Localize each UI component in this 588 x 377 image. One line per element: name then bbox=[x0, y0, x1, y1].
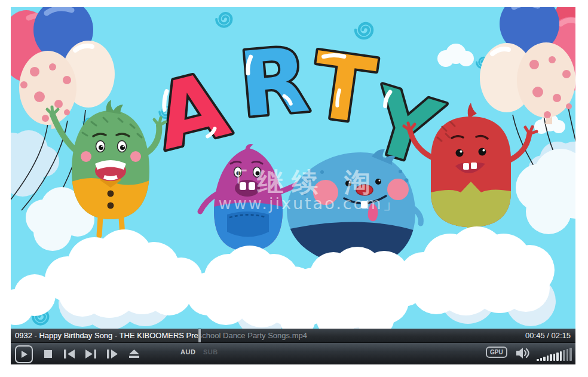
letter-r: R bbox=[235, 27, 313, 137]
play-button[interactable] bbox=[15, 345, 33, 363]
volume-bar bbox=[556, 353, 559, 361]
eject-button[interactable] bbox=[125, 345, 142, 362]
volume-bar bbox=[553, 354, 556, 361]
watermark-line1: 「继续 淘 bbox=[222, 167, 378, 197]
watermark-line2: www.jixutao.com」 bbox=[219, 194, 401, 213]
skip-previous-icon bbox=[64, 350, 75, 358]
media-player-window: A R T Y bbox=[11, 7, 575, 364]
watermark: 「继续 淘 www.jixutao.com」 bbox=[219, 167, 401, 213]
volume-bar bbox=[550, 354, 552, 361]
volume-indicator[interactable] bbox=[537, 345, 574, 361]
skip-next-icon bbox=[85, 350, 96, 358]
frame-step-button[interactable] bbox=[104, 345, 121, 362]
video-frame: A R T Y bbox=[11, 7, 575, 329]
seekbar[interactable]: 0932 - Happy Birthday Song - THE KIBOOME… bbox=[11, 329, 575, 342]
volume-bar bbox=[543, 357, 546, 361]
stop-icon bbox=[44, 350, 52, 358]
previous-button[interactable] bbox=[61, 345, 78, 362]
volume-bar bbox=[540, 358, 543, 361]
volume-bar bbox=[569, 348, 572, 361]
volume-bar bbox=[547, 355, 549, 361]
seekbar-played-clip: 0932 - Happy Birthday Song - THE KIBOOME… bbox=[11, 329, 200, 342]
volume-bar bbox=[537, 359, 539, 361]
stop-button[interactable] bbox=[39, 345, 56, 362]
filename-text-played: 0932 - Happy Birthday Song - THE KIBOOME… bbox=[15, 329, 200, 342]
play-icon bbox=[20, 350, 28, 358]
eject-icon bbox=[129, 350, 139, 358]
control-toolbar: AUD SUB GPU bbox=[11, 342, 575, 364]
subtitle-track-label[interactable]: SUB bbox=[203, 348, 218, 355]
volume-bar bbox=[563, 350, 565, 361]
frame-step-icon bbox=[107, 350, 118, 358]
audio-track-label[interactable]: AUD bbox=[180, 348, 195, 355]
video-area[interactable]: A R T Y bbox=[11, 7, 575, 329]
time-display: 00:45 / 02:15 bbox=[525, 329, 571, 342]
seekbar-playhead[interactable] bbox=[198, 329, 201, 342]
speaker-icon bbox=[516, 351, 530, 361]
volume-bar bbox=[560, 351, 562, 361]
volume-bar bbox=[566, 349, 569, 361]
next-button[interactable] bbox=[82, 345, 99, 362]
speaker-mute-button[interactable] bbox=[516, 347, 530, 362]
gpu-badge: GPU bbox=[486, 347, 507, 358]
